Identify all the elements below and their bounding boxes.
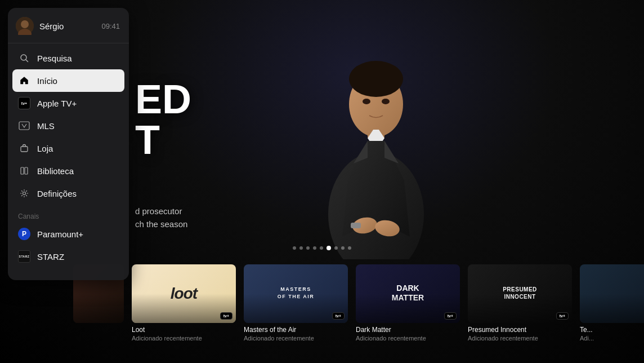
svg-rect-16 [21, 167, 24, 174]
search-icon [18, 52, 30, 64]
user-name: Sérgio [39, 21, 64, 31]
user-header: Sérgio 09:41 [8, 8, 129, 43]
sidebar-item-label: MLS [37, 121, 55, 131]
sidebar-item-library[interactable]: Biblioteca [12, 160, 124, 182]
sidebar-item-label: STARZ [37, 252, 64, 262]
hero-title-line2: T [135, 119, 191, 160]
home-icon [18, 74, 30, 87]
navigation: Pesquisa Início tv+ Apple TV+ [8, 43, 129, 208]
dot-9[interactable] [348, 246, 351, 250]
dot-3[interactable] [306, 246, 310, 250]
hero-subtitle: d prosecutor ch the season [135, 205, 191, 231]
mls-icon [18, 119, 30, 132]
channels-list: P Paramount+ STARZ STARZ [8, 223, 129, 271]
content-title: Masters of the Air [244, 326, 348, 334]
dot-8[interactable] [341, 246, 345, 250]
sidebar-item-label: Loja [37, 144, 53, 153]
list-item[interactable]: PRESUMEDINNOCENT tv+ Presumed Innocent A… [468, 264, 572, 342]
dot-4[interactable] [313, 246, 316, 250]
svg-point-3 [349, 61, 403, 97]
dot-6-active[interactable] [327, 246, 331, 250]
sidebar-item-store[interactable]: Loja [12, 137, 124, 160]
hero-title: ED [135, 79, 191, 119]
avatar [16, 17, 34, 35]
list-item[interactable]: DARKMATTER tv+ Dark Matter Adicionado re… [356, 264, 460, 342]
svg-rect-15 [21, 147, 28, 152]
svg-point-18 [23, 192, 26, 195]
svg-rect-17 [25, 167, 28, 174]
svg-rect-14 [19, 122, 29, 130]
content-title: Presumed Innocent [468, 326, 572, 334]
dot-1[interactable] [293, 246, 296, 250]
sidebar: Sérgio 09:41 Pesquisa Início [8, 8, 129, 280]
svg-rect-8 [351, 223, 361, 228]
content-title: Loot [132, 326, 236, 334]
sidebar-item-label: Apple TV+ [37, 99, 77, 108]
carousel-dots [293, 246, 351, 250]
appletv-icon: tv+ [18, 97, 30, 109]
sidebar-item-home[interactable]: Início [12, 69, 124, 92]
content-subtitle: Adicionado recentemente [132, 335, 236, 342]
content-subtitle: Adicionado recentemente [356, 335, 460, 342]
dot-7[interactable] [334, 246, 338, 250]
hero-text-block: ED T d prosecutor ch the season [135, 79, 191, 231]
gear-icon [18, 187, 30, 200]
content-subtitle: Adicionado recentemente [468, 335, 572, 342]
channels-section-label: Canais [8, 208, 129, 223]
svg-point-5 [382, 99, 390, 104]
hero-image [286, 0, 466, 259]
library-icon [18, 165, 30, 177]
clock: 09:41 [101, 22, 120, 30]
starz-icon: STARZ [18, 250, 30, 263]
list-item[interactable]: MASTERSOF THE AIR tv+ Masters of the Air… [244, 264, 348, 342]
svg-point-4 [363, 99, 370, 104]
sidebar-item-starz[interactable]: STARZ STARZ [12, 245, 124, 268]
content-title: Dark Matter [356, 326, 460, 334]
dot-5[interactable] [320, 246, 323, 250]
user-info: Sérgio [16, 17, 64, 35]
list-item[interactable]: loot tv+ Loot Adicionado recentemente [132, 264, 236, 342]
list-item[interactable]: Te... Adi... [580, 264, 644, 342]
sidebar-item-mls[interactable]: MLS [12, 114, 124, 137]
content-subtitle: Adi... [580, 335, 644, 342]
sidebar-item-label: Definições [37, 189, 77, 198]
sidebar-item-appletv[interactable]: tv+ Apple TV+ [12, 92, 124, 114]
sidebar-item-label: Paramount+ [37, 229, 83, 239]
sidebar-item-search[interactable]: Pesquisa [12, 47, 124, 69]
content-title: Te... [580, 326, 644, 334]
bag-icon [18, 142, 30, 154]
dot-2[interactable] [299, 246, 303, 250]
svg-line-13 [26, 60, 28, 62]
svg-point-10 [21, 20, 29, 28]
sidebar-item-label: Início [37, 76, 57, 86]
paramount-icon: P [18, 228, 30, 240]
sidebar-item-settings[interactable]: Definições [12, 182, 124, 205]
sidebar-item-label: Pesquisa [37, 54, 72, 63]
content-subtitle: Adicionado recentemente [244, 335, 348, 342]
sidebar-item-label: Biblioteca [37, 166, 74, 176]
sidebar-item-paramount[interactable]: P Paramount+ [12, 223, 124, 245]
